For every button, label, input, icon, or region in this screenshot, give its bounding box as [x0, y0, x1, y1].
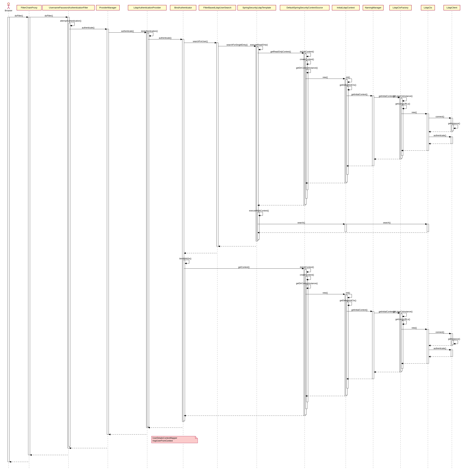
svg-marker-183	[69, 447, 71, 449]
msg-label: executeReadOnly()	[250, 44, 268, 46]
msg-label: doAuthentication()	[141, 30, 158, 32]
msg-label: getUsingURLs()	[395, 318, 410, 321]
svg-marker-171	[374, 371, 376, 373]
svg-marker-165	[449, 349, 451, 351]
svg-text:FilterBasedLdapUserSearch: FilterBasedLdapUserSearch	[203, 6, 231, 9]
svg-marker-134	[425, 223, 427, 225]
msg-label: getContext()	[238, 266, 250, 268]
msg-label: createContext()	[300, 58, 314, 61]
svg-marker-179	[148, 427, 150, 428]
svg-rect-36	[427, 114, 429, 150]
msg-label: new()	[412, 111, 417, 113]
msg-label: getLdapCtxInstance()	[393, 310, 413, 313]
svg-marker-149	[347, 297, 349, 298]
msg-label: getInitialContext()	[379, 310, 395, 313]
svg-rect-41	[345, 224, 347, 232]
msg-label: bindWithDn()	[179, 258, 191, 260]
svg-marker-140	[184, 252, 186, 254]
svg-rect-42	[427, 224, 429, 232]
msg-label: getInitialContext()	[351, 309, 368, 311]
svg-marker-138	[218, 246, 220, 247]
msg-label: getLdapCtxInstance()	[393, 95, 413, 97]
svg-rect-58	[451, 350, 453, 357]
msg-label: doGetContext()	[300, 50, 314, 53]
svg-marker-104	[371, 95, 372, 97]
svg-point-59	[8, 3, 10, 5]
svg-marker-148	[343, 293, 345, 295]
svg-text:UserDetailsContextMapper: UserDetailsContextMapper	[153, 437, 177, 439]
svg-text:UsernamePasswordAuthentication: UsernamePasswordAuthenticationFilter	[49, 6, 88, 9]
svg-rect-57	[452, 340, 454, 345]
svg-rect-20	[147, 33, 149, 427]
msg-label: getDefaultInitCtx()	[340, 299, 356, 302]
svg-rect-55	[427, 329, 429, 363]
msg-label: getReadOnlyContext()	[271, 50, 291, 53]
msg-label: new()	[323, 292, 328, 294]
svg-rect-47	[306, 285, 308, 402]
svg-marker-88	[181, 39, 182, 40]
msg-label: doFilter()	[45, 15, 53, 17]
msg-label: getUsingURLs()	[395, 103, 410, 105]
svg-marker-96	[306, 56, 308, 57]
svg-rect-17	[68, 23, 70, 446]
svg-rect-39	[451, 137, 453, 144]
svg-line-63	[9, 7, 10, 9]
svg-text:LdapCtxFactory: LdapCtxFactory	[393, 6, 408, 9]
svg-marker-117	[449, 136, 451, 138]
msg-label: searchForSingleEntry()	[226, 44, 248, 46]
svg-marker-185	[30, 454, 32, 456]
svg-text:BindAuthenticator: BindAuthenticator	[174, 6, 192, 9]
msg-label: getDirContextInstance()	[296, 67, 318, 69]
svg-marker-119	[429, 143, 430, 144]
svg-text:InitialLdapContext: InitialLdapContext	[337, 6, 355, 9]
svg-marker-167	[429, 356, 430, 357]
svg-marker-81	[70, 25, 72, 26]
svg-rect-40	[258, 212, 259, 240]
svg-marker-101	[347, 81, 349, 83]
msg-label: getInitialContext()	[351, 93, 368, 96]
msg-label: getInitialContext()	[379, 95, 395, 97]
msg-label: init()	[346, 292, 350, 294]
svg-rect-14	[8, 17, 9, 462]
svg-text:mapUserFromContext: mapUserFromContext	[153, 440, 173, 442]
svg-marker-132	[343, 223, 345, 225]
svg-rect-18	[107, 29, 109, 435]
svg-marker-141	[185, 263, 187, 264]
svg-marker-181	[109, 434, 110, 435]
msg-label: getDefaultInitCtx()	[340, 84, 356, 86]
svg-rect-38	[452, 125, 454, 131]
svg-text:ProviderManager: ProviderManager	[99, 6, 116, 9]
svg-marker-155	[402, 316, 404, 317]
msg-label: getDirContextInstance()	[296, 282, 318, 285]
msg-label: attemptAuthentication()	[60, 20, 81, 22]
msg-label: doGetContext()	[300, 266, 314, 268]
msg-label: connect()	[436, 331, 444, 333]
svg-marker-123	[374, 158, 376, 160]
msg-label: init()	[346, 76, 350, 79]
svg-marker-80	[66, 16, 68, 18]
svg-text:LdapAuthenticationProvider: LdapAuthenticationProvider	[134, 6, 161, 9]
msg-label: new()	[323, 76, 328, 79]
msg-label: connect()	[436, 115, 444, 118]
svg-marker-163	[429, 345, 430, 346]
svg-rect-51	[372, 311, 374, 379]
svg-marker-93	[258, 49, 260, 50]
svg-marker-161	[454, 343, 455, 344]
msg-label: search()	[383, 222, 391, 224]
svg-marker-115	[429, 131, 430, 132]
msg-label: authenticate()	[434, 347, 446, 350]
msg-label: getInstance()	[448, 122, 460, 125]
msg-label: createContext()	[300, 274, 314, 276]
svg-rect-50	[347, 302, 348, 388]
msg-label: authenticate()	[159, 37, 171, 39]
msg-label: authenticate()	[434, 134, 446, 137]
svg-marker-160	[449, 333, 451, 334]
msg-label: authenticate()	[82, 27, 94, 29]
svg-rect-31	[347, 86, 348, 175]
svg-marker-86	[149, 35, 151, 37]
svg-marker-112	[449, 117, 451, 119]
svg-text:LdapCtx: LdapCtx	[424, 6, 432, 9]
svg-text:FilterChainProxy: FilterChainProxy	[21, 6, 37, 9]
msg-label: getInstance()	[448, 338, 460, 340]
svg-rect-15	[28, 17, 30, 455]
